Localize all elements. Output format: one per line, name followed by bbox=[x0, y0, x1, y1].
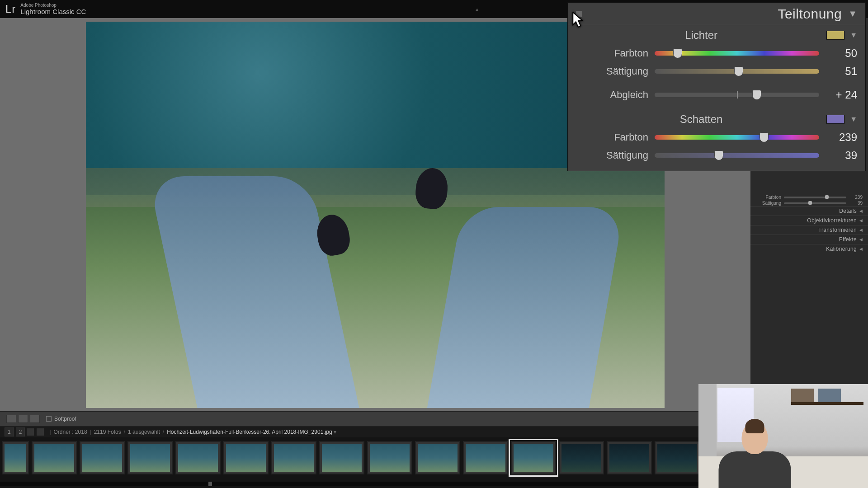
highlights-heading: Lichter bbox=[576, 29, 826, 42]
shadows-hue-label: Farbton bbox=[576, 131, 648, 143]
mini-shadow-hue-label: Farbton bbox=[754, 195, 781, 200]
selected-count: 1 ausgewählt bbox=[128, 429, 160, 435]
filmstrip-thumb[interactable] bbox=[559, 441, 604, 474]
slider-thumb[interactable] bbox=[752, 90, 761, 100]
balance-slider[interactable] bbox=[655, 93, 819, 97]
shadows-sat-slider[interactable] bbox=[655, 153, 819, 158]
current-file-path[interactable]: Hochzeit-Ludwigshafen-Full-Benkesser-26.… bbox=[167, 429, 332, 435]
shadows-hue-value[interactable]: 239 bbox=[826, 131, 857, 144]
chevron-left-icon: ◀ bbox=[859, 247, 863, 251]
section-transform[interactable]: Transformieren◀ bbox=[750, 225, 868, 235]
mini-shadow-sat-label: Sättigung bbox=[754, 201, 781, 206]
slider-thumb[interactable] bbox=[673, 48, 682, 58]
filmstrip-thumb[interactable] bbox=[80, 441, 125, 474]
compare-view-button[interactable] bbox=[18, 415, 28, 423]
mini-shadow-hue-track[interactable] bbox=[784, 197, 846, 198]
section-details[interactable]: Details◀ bbox=[750, 206, 868, 216]
filmstrip-thumb[interactable] bbox=[223, 441, 269, 474]
slider-thumb[interactable] bbox=[734, 66, 743, 76]
mini-shadow-sat-row[interactable]: Sättigung 39 bbox=[750, 200, 868, 206]
split-toning-title: Teiltonung bbox=[778, 6, 842, 22]
highlights-sat-slider[interactable] bbox=[655, 69, 819, 74]
sort-icon[interactable] bbox=[37, 428, 44, 436]
brand-block: Adobe Photoshop Lightroom Classic CC bbox=[20, 3, 86, 15]
highlights-sat-label: Sättigung bbox=[576, 66, 648, 77]
lr-logo: Lr bbox=[5, 3, 16, 15]
shadows-sat-label: Sättigung bbox=[576, 150, 648, 161]
filmstrip-thumb[interactable] bbox=[511, 441, 556, 474]
shadows-color-swatch[interactable] bbox=[826, 115, 844, 124]
balance-label: Abgleich bbox=[576, 89, 648, 101]
section-calibration[interactable]: Kalibrierung◀ bbox=[750, 244, 868, 253]
filmstrip-thumb[interactable] bbox=[271, 441, 316, 474]
highlights-color-swatch[interactable] bbox=[826, 31, 844, 40]
shadows-heading: Schatten bbox=[576, 113, 826, 126]
shadows-hue-slider[interactable] bbox=[655, 135, 819, 140]
mini-shadow-sat-track[interactable] bbox=[784, 202, 846, 204]
chevron-down-icon[interactable]: ▼ bbox=[850, 31, 857, 39]
section-lens[interactable]: Objektivkorrekturen◀ bbox=[750, 216, 868, 225]
filmstrip-thumb[interactable] bbox=[127, 441, 173, 474]
monitor-1-button[interactable]: 1 bbox=[5, 427, 14, 436]
slider-thumb[interactable] bbox=[714, 150, 723, 160]
topbar-collapse-icon[interactable]: ▲ bbox=[475, 7, 479, 12]
slider-thumb[interactable] bbox=[760, 132, 769, 142]
filmstrip-thumb[interactable] bbox=[415, 441, 460, 474]
split-toning-panel: Teiltonung ▼ Lichter ▼ Farbton 50 Sättig… bbox=[567, 2, 866, 171]
survey-view-button[interactable] bbox=[30, 415, 40, 423]
shadows-sat-value[interactable]: 39 bbox=[826, 149, 857, 162]
folder-label: Ordner : bbox=[54, 429, 74, 435]
cursor-icon bbox=[572, 12, 584, 27]
filmstrip-thumb[interactable] bbox=[367, 441, 412, 474]
chevron-down-icon[interactable]: ▾ bbox=[334, 429, 336, 435]
chevron-left-icon: ◀ bbox=[859, 209, 863, 213]
webcam-overlay bbox=[698, 384, 868, 488]
scrollbar-thumb[interactable] bbox=[208, 482, 212, 486]
filmstrip-thumb[interactable] bbox=[175, 441, 221, 474]
highlights-hue-value[interactable]: 50 bbox=[826, 47, 857, 60]
highlights-hue-label: Farbton bbox=[576, 47, 648, 59]
monitor-2-button[interactable]: 2 bbox=[16, 427, 25, 436]
brand-line2: Lightroom Classic CC bbox=[20, 8, 86, 15]
mini-shadow-sat-value: 39 bbox=[849, 201, 863, 206]
mini-shadow-hue-row[interactable]: Farbton 239 bbox=[750, 194, 868, 200]
chevron-left-icon: ◀ bbox=[859, 228, 863, 232]
chevron-left-icon: ◀ bbox=[859, 237, 863, 242]
grid-icon[interactable] bbox=[27, 428, 34, 436]
softproof-checkbox[interactable] bbox=[46, 416, 52, 422]
filmstrip-thumb[interactable] bbox=[32, 441, 77, 474]
highlights-hue-slider[interactable] bbox=[655, 51, 819, 56]
highlights-sat-value[interactable]: 51 bbox=[826, 65, 857, 78]
folder-year: 2018 bbox=[75, 429, 87, 435]
filmstrip-thumb[interactable] bbox=[2, 441, 29, 474]
chevron-down-icon[interactable]: ▼ bbox=[850, 115, 857, 123]
chevron-left-icon: ◀ bbox=[859, 218, 863, 223]
section-effects[interactable]: Effekte◀ bbox=[750, 235, 868, 244]
filmstrip-thumb[interactable] bbox=[463, 441, 508, 474]
filmstrip-thumb[interactable] bbox=[607, 441, 652, 474]
mini-shadow-hue-value: 239 bbox=[849, 195, 863, 200]
loupe-view-button[interactable] bbox=[6, 415, 16, 423]
chevron-down-icon[interactable]: ▼ bbox=[848, 9, 857, 19]
photo-count: 2119 Fotos bbox=[94, 429, 121, 435]
filmstrip-thumb[interactable] bbox=[319, 441, 364, 474]
balance-value[interactable]: + 24 bbox=[826, 89, 857, 101]
softproof-label: Softproof bbox=[54, 416, 76, 422]
filmstrip-thumb[interactable] bbox=[655, 441, 700, 474]
